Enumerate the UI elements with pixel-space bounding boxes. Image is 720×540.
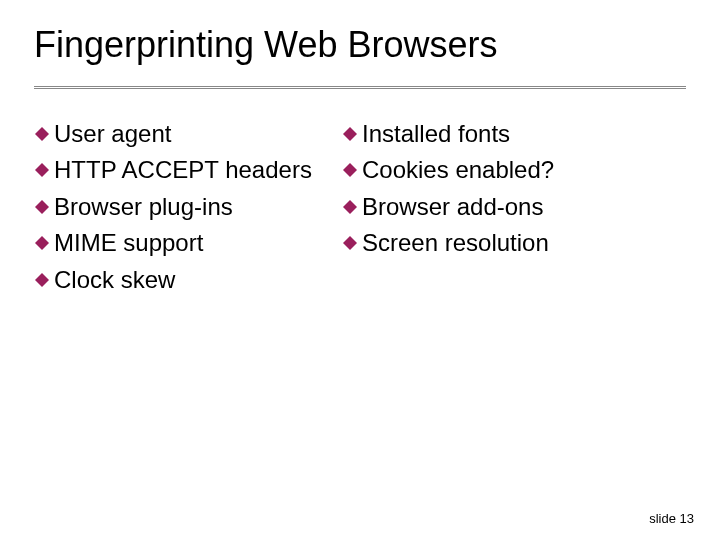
diamond-bullet-icon — [342, 126, 358, 142]
title-divider — [34, 86, 686, 89]
list-item: Cookies enabled? — [342, 154, 662, 186]
slide-title: Fingerprinting Web Browsers — [34, 24, 498, 66]
slide-number: slide 13 — [649, 511, 694, 526]
diamond-bullet-icon — [342, 162, 358, 178]
slide: Fingerprinting Web Browsers User agent H… — [0, 0, 720, 540]
list-item-text: MIME support — [54, 227, 203, 259]
right-column: Installed fonts Cookies enabled? Browser… — [342, 118, 662, 300]
svg-marker-5 — [343, 127, 357, 141]
list-item: Browser plug-ins — [34, 191, 314, 223]
list-item-text: User agent — [54, 118, 171, 150]
content-columns: User agent HTTP ACCEPT headers Browser p… — [34, 118, 686, 300]
list-item-text: Installed fonts — [362, 118, 510, 150]
list-item: User agent — [34, 118, 314, 150]
diamond-bullet-icon — [34, 272, 50, 288]
diamond-bullet-icon — [342, 199, 358, 215]
list-item-text: Screen resolution — [362, 227, 549, 259]
left-column: User agent HTTP ACCEPT headers Browser p… — [34, 118, 314, 300]
list-item-text: Cookies enabled? — [362, 154, 554, 186]
list-item-text: HTTP ACCEPT headers — [54, 154, 312, 186]
svg-marker-2 — [35, 200, 49, 214]
diamond-bullet-icon — [34, 199, 50, 215]
svg-marker-6 — [343, 163, 357, 177]
svg-marker-8 — [343, 236, 357, 250]
list-item: Installed fonts — [342, 118, 662, 150]
list-item: HTTP ACCEPT headers — [34, 154, 314, 186]
svg-marker-7 — [343, 200, 357, 214]
diamond-bullet-icon — [34, 126, 50, 142]
diamond-bullet-icon — [34, 235, 50, 251]
diamond-bullet-icon — [342, 235, 358, 251]
list-item: MIME support — [34, 227, 314, 259]
list-item: Clock skew — [34, 264, 314, 296]
svg-marker-3 — [35, 236, 49, 250]
list-item-text: Browser add-ons — [362, 191, 543, 223]
svg-marker-1 — [35, 163, 49, 177]
svg-marker-4 — [35, 273, 49, 287]
list-item: Screen resolution — [342, 227, 662, 259]
list-item-text: Browser plug-ins — [54, 191, 233, 223]
list-item-text: Clock skew — [54, 264, 175, 296]
diamond-bullet-icon — [34, 162, 50, 178]
list-item: Browser add-ons — [342, 191, 662, 223]
svg-marker-0 — [35, 127, 49, 141]
